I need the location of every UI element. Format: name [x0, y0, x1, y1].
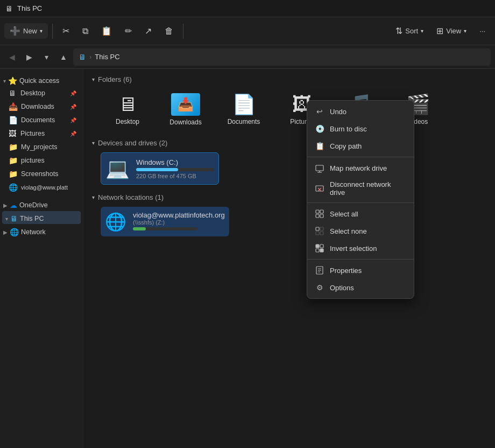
svg-rect-0: [316, 165, 323, 171]
ctx-burn[interactable]: 💿 Burn to disc: [307, 120, 414, 137]
drive-c[interactable]: 💻 Windows (C:) 220 GB free of 475 GB: [101, 152, 219, 185]
devices-section-header[interactable]: ▾ Devices and drives (2): [92, 139, 486, 147]
ctx-copypath-icon: 📋: [315, 141, 324, 151]
violag-icon: 🌐: [9, 183, 18, 192]
toolbar-separator-1: [52, 24, 53, 39]
folder-downloads-icon: 📥: [178, 97, 194, 112]
drive-c-name: Windows (C:): [136, 158, 214, 166]
folder-documents[interactable]: 📄 Documents: [217, 89, 271, 130]
paste-button[interactable]: 📋: [96, 23, 117, 39]
onedrive-icon: ☁: [10, 201, 17, 209]
svg-rect-13: [320, 232, 323, 235]
sidebar-item-violag[interactable]: 🌐 violag@www.platt: [2, 181, 81, 194]
net-item-progress-fill: [133, 227, 146, 230]
ctx-invertsel-icon: [315, 243, 324, 253]
quick-access-label: Quick access: [19, 77, 59, 85]
network-title: Network locations (1): [98, 193, 164, 201]
sidebar-item-pictures[interactable]: 🖼 Pictures 📌: [2, 127, 81, 140]
sidebar-item-screenshots[interactable]: 📁 Screenshots: [2, 167, 81, 180]
thispc-label: This PC: [20, 215, 44, 222]
svg-rect-3: [316, 186, 323, 191]
cut-button[interactable]: ✂: [57, 23, 75, 39]
copy-icon: ⧉: [82, 26, 88, 36]
sidebar-item-documents[interactable]: 📄 Documents 📌: [2, 114, 81, 127]
path-icon: 🖥: [79, 53, 86, 61]
myprojects-icon: 📁: [9, 143, 18, 151]
network-items: 🌐 violag@www.plattinfotech.org (\\sshfs)…: [101, 207, 486, 236]
folder-desktop[interactable]: 🖥 Desktop: [101, 89, 154, 130]
svg-rect-10: [316, 227, 319, 230]
sidebar-item-pictures2[interactable]: 📁 pictures: [2, 154, 81, 167]
recent-button[interactable]: ▾: [39, 50, 54, 65]
ctx-mapnetwork-label: Map network drive: [330, 164, 387, 172]
pictures-icon: 🖼: [9, 129, 17, 138]
quick-access-section[interactable]: ▾ ⭐ Quick access: [0, 73, 83, 86]
title-bar: 🖥 This PC: [0, 0, 495, 17]
ctx-selectnone[interactable]: Select none: [307, 222, 414, 240]
up-button[interactable]: ▲: [56, 50, 71, 65]
network-chevron-icon2: ▾: [92, 194, 95, 200]
folders-title: Folders (6): [98, 75, 132, 83]
more-button[interactable]: ···: [474, 24, 491, 38]
back-button[interactable]: ◀: [4, 50, 19, 65]
sidebar-item-desktop[interactable]: 🖥 Desktop 📌: [2, 87, 81, 100]
view-icon: ⊞: [436, 26, 443, 36]
ctx-invertsel[interactable]: Invert selection: [307, 240, 414, 257]
net-item-name: violag@www.plattinfotech.org: [133, 211, 225, 219]
violag-label: violag@www.platt: [21, 184, 68, 191]
documents-label: Documents: [21, 116, 55, 124]
ctx-properties-label: Properties: [330, 267, 362, 275]
ctx-disconnect[interactable]: Disconnect network drive: [307, 177, 414, 200]
ctx-options-icon: ⚙: [315, 283, 324, 292]
ctx-selectall[interactable]: Select all: [307, 205, 414, 222]
ctx-undo[interactable]: ↩ Undo: [307, 103, 414, 120]
ctx-copypath[interactable]: 📋 Copy path: [307, 137, 414, 155]
folders-section-header[interactable]: ▾ Folders (6): [92, 75, 486, 83]
ctx-options[interactable]: ⚙ Options: [307, 279, 414, 296]
folder-downloads-label: Downloads: [169, 118, 201, 126]
rename-icon: ✏: [125, 26, 132, 36]
folder-documents-label: Documents: [228, 118, 260, 125]
ctx-selectall-icon: [315, 209, 324, 219]
ctx-invertsel-label: Invert selection: [330, 244, 377, 253]
onedrive-chevron: ▶: [3, 202, 8, 208]
thispc-section[interactable]: ▾ 🖥 This PC: [2, 211, 81, 224]
network-chevron: ▶: [3, 229, 8, 235]
delete-button[interactable]: 🗑: [159, 24, 179, 39]
ctx-properties[interactable]: Properties: [307, 262, 414, 279]
view-button[interactable]: ⊞ View ▾: [431, 23, 472, 39]
thispc-chevron: ▾: [5, 216, 8, 222]
network-section[interactable]: ▶ 🌐 Network: [0, 225, 83, 237]
svg-rect-9: [320, 214, 323, 218]
sort-label: Sort: [405, 27, 418, 35]
pictures-label: Pictures: [20, 130, 45, 137]
delete-icon: 🗑: [165, 26, 173, 36]
share-icon: ↗: [145, 26, 152, 36]
net-item-violag[interactable]: 🌐 violag@www.plattinfotech.org (\\sshfs)…: [101, 207, 229, 236]
view-chevron-icon: ▾: [464, 28, 466, 34]
new-icon: ➕: [10, 26, 20, 36]
sort-button[interactable]: ⇅ Sort ▾: [390, 23, 429, 39]
ctx-mapnetwork[interactable]: Map network drive: [307, 159, 414, 177]
ctx-options-label: Options: [330, 284, 354, 292]
address-path[interactable]: 🖥 › This PC: [73, 48, 491, 66]
sidebar-item-myprojects[interactable]: 📁 My_projects: [2, 141, 81, 153]
devices-chevron-icon: ▾: [92, 140, 95, 146]
forward-button[interactable]: ▶: [22, 50, 37, 65]
new-button[interactable]: ➕ New ▾: [4, 23, 48, 39]
ctx-burn-icon: 💿: [315, 124, 324, 134]
pictures-pin-icon: 📌: [70, 131, 76, 137]
share-button[interactable]: ↗: [139, 23, 157, 39]
ctx-divider-2: [307, 202, 414, 203]
rename-button[interactable]: ✏: [119, 23, 137, 39]
sidebar-item-downloads[interactable]: 📥 Downloads 📌: [2, 100, 81, 113]
drive-c-progress: [136, 168, 214, 171]
onedrive-section[interactable]: ▶ ☁ OneDrive: [0, 198, 83, 211]
folder-downloads[interactable]: 📥 Downloads: [159, 89, 213, 130]
ctx-properties-icon: [315, 265, 324, 275]
sort-icon: ⇅: [395, 26, 402, 36]
copy-button[interactable]: ⧉: [77, 24, 94, 39]
documents-pin-icon: 📌: [70, 117, 76, 123]
window-icon: 🖥: [5, 4, 13, 13]
network-section-header[interactable]: ▾ Network locations (1): [92, 193, 486, 201]
